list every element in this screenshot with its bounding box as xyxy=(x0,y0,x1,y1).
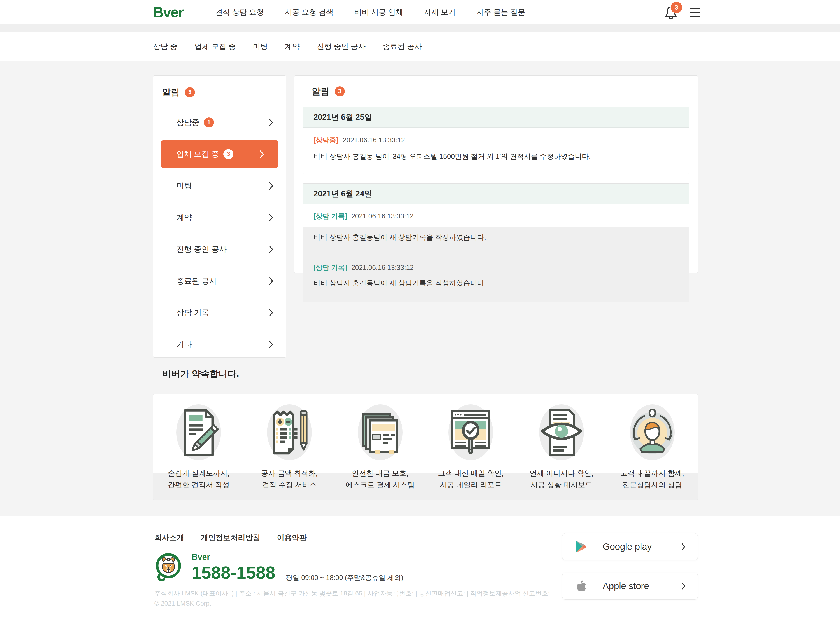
notification-item[interactable]: [상담중] 2021.06.16 13:33:12 비버 상담사 홍길동 님이 … xyxy=(304,128,689,174)
sidebar-item-in-progress[interactable]: 진행 중인 공사 xyxy=(153,233,286,265)
tab-contract[interactable]: 계약 xyxy=(285,41,300,52)
sidebar-title: 알림 xyxy=(162,86,180,98)
quote-document-pen-icon xyxy=(177,408,221,458)
notification-message: 비버 상담사 홍길동님이 새 상담기록을 작성하였습니다. xyxy=(304,272,689,302)
sidebar-item-consulting[interactable]: 상담중 1 xyxy=(153,106,286,138)
apple-store-button[interactable]: Apple store xyxy=(562,572,698,600)
footer-link-terms[interactable]: 이용약관 xyxy=(277,533,307,543)
notification-count-badge: 3 xyxy=(671,2,682,13)
notification-tag: [상담 기록] xyxy=(313,263,347,272)
chevron-right-icon xyxy=(269,308,274,317)
notification-group: 2021년 6월 25일 [상담중] 2021.06.16 13:33:12 비… xyxy=(303,107,689,174)
chevron-right-icon xyxy=(681,543,686,551)
promise-label: 안전한 대금 보호,에스크로 결제 시스템 xyxy=(345,467,415,491)
notification-timestamp: 2021.06.16 13:33:12 xyxy=(351,264,414,272)
notification-group: 2021년 6월 24일 [상담 기록] 2021.06.16 13:33:12… xyxy=(303,183,689,302)
menu-hamburger-icon[interactable] xyxy=(690,7,700,18)
nav-item-bver-companies[interactable]: 비버 시공 업체 xyxy=(354,7,403,17)
sidebar-item-consult-records[interactable]: 상담 기록 xyxy=(153,297,286,329)
bver-logo[interactable]: Bver xyxy=(153,4,183,21)
chevron-right-icon xyxy=(269,181,274,190)
notification-bell-icon[interactable]: 3 xyxy=(665,5,677,19)
footer-business-hours: 평일 09:00 ~ 18:00 (주말&공휴일 제외) xyxy=(286,573,403,582)
notification-tag: [상담중] xyxy=(313,135,339,145)
chevron-right-icon xyxy=(259,150,264,159)
notification-date-header: 2021년 6월 24일 xyxy=(304,184,689,204)
daily-report-magnifier-icon xyxy=(449,408,493,458)
escrow-payment-icon xyxy=(358,409,402,456)
consultant-person-icon xyxy=(629,409,675,457)
sidebar-item-etc[interactable]: 기타 xyxy=(153,329,286,360)
promise-card: 손쉽게 설계도까지,간편한 견적서 작성 xyxy=(153,394,698,500)
notification-item[interactable]: [상담 기록] 2021.06.16 13:33:12 xyxy=(304,253,689,272)
dashboard-eye-icon xyxy=(540,408,584,458)
sidebar-item-badge: 1 xyxy=(204,118,214,127)
promise-label: 손쉽게 설계도까지,간편한 견적서 작성 xyxy=(168,467,229,491)
notification-timestamp: 2021.06.16 13:33:12 xyxy=(343,136,405,144)
sidebar-item-contract[interactable]: 계약 xyxy=(153,202,286,233)
footer-brand-name: Bver xyxy=(192,552,275,562)
promise-label: 고객과 끝까지 함께,전문상담사의 상담 xyxy=(620,467,684,491)
beaver-logo xyxy=(154,552,183,581)
tab-recruiting[interactable]: 업체 모집 중 xyxy=(194,41,236,52)
apple-icon xyxy=(575,580,587,593)
header-divider-strip xyxy=(0,24,840,32)
chevron-right-icon xyxy=(681,582,686,590)
read-notifications-block: 비버 상담사 홍길동님이 새 상담기록을 작성하였습니다. [상담 기록] 20… xyxy=(304,227,689,302)
promise-label: 공사 금액 최적화,견적 수정 서비스 xyxy=(261,467,318,491)
promise-item: 손쉽게 설계도까지,간편한 견적서 작성 xyxy=(153,394,244,500)
google-play-icon xyxy=(575,540,587,553)
google-play-button[interactable]: Google play xyxy=(562,533,698,560)
footer-link-privacy[interactable]: 개인정보처리방침 xyxy=(201,533,260,543)
notification-sidebar: 알림 3 상담중 1 업체 모집 중 3 미팅 계약 진행 중인 공사 종료된 … xyxy=(153,75,286,358)
chevron-right-icon xyxy=(269,213,274,222)
sidebar-item-recruiting[interactable]: 업체 모집 중 3 xyxy=(161,140,278,168)
promise-item: 공사 금액 최적화,견적 수정 서비스 xyxy=(244,394,335,500)
receipt-pencil-icon xyxy=(267,408,311,458)
panel-title-badge: 3 xyxy=(335,86,345,97)
footer-link-about[interactable]: 회사소개 xyxy=(154,533,184,543)
promise-item: 언제 어디서나 확인,시공 상황 대시보드 xyxy=(516,394,607,500)
footer-phone-number: 1588-1588 xyxy=(192,563,275,583)
panel-title: 알림 xyxy=(312,85,329,97)
nav-item-construction-search[interactable]: 시공 요청 검색 xyxy=(285,7,334,17)
chevron-right-icon xyxy=(269,118,274,127)
header: Bver 견적 상담 요청 시공 요청 검색 비버 시공 업체 자재 보기 자주… xyxy=(0,0,840,24)
notification-message: 비버 상담사 홍길동님이 새 상담기록을 작성하였습니다. xyxy=(304,227,689,253)
footer-company-info: 주식회사 LMSK (대표이사: ) | 주소 : 서울시 금천구 가산동 벚꽃… xyxy=(154,588,550,598)
tab-in-progress[interactable]: 진행 중인 공사 xyxy=(317,41,366,52)
promise-item: 안전한 대금 보호,에스크로 결제 시스템 xyxy=(335,394,425,500)
tab-consulting[interactable]: 상담 중 xyxy=(153,41,177,52)
notification-item[interactable]: [상담 기록] 2021.06.16 13:33:12 xyxy=(304,204,689,227)
sidebar-title-badge: 3 xyxy=(185,87,195,97)
sidebar-item-meeting[interactable]: 미팅 xyxy=(153,170,286,202)
chevron-right-icon xyxy=(269,245,274,254)
notification-message: 비버 상담사 홍길동 님이 '34평 오피스텔 1500만원 철거 외 1'의 … xyxy=(313,152,679,161)
footer: 회사소개 개인정보처리방침 이용약관 Bver 1588-1588 평일 09:… xyxy=(0,516,840,639)
chevron-right-icon xyxy=(269,340,274,349)
promise-label: 고객 대신 매일 확인,시공 데일리 리포트 xyxy=(438,467,504,491)
sidebar-item-badge: 3 xyxy=(223,149,234,159)
tab-meeting[interactable]: 미팅 xyxy=(253,41,268,52)
main-nav: 견적 상담 요청 시공 요청 검색 비버 시공 업체 자재 보기 자주 묻는 질… xyxy=(215,7,525,17)
promise-label: 언제 어디서나 확인,시공 상황 대시보드 xyxy=(530,467,593,491)
nav-item-faq[interactable]: 자주 묻는 질문 xyxy=(476,7,525,17)
tab-finished[interactable]: 종료된 공사 xyxy=(383,41,422,52)
app-button-label: Google play xyxy=(603,542,652,552)
promise-item: 고객 대신 매일 확인,시공 데일리 리포트 xyxy=(425,394,516,500)
notification-tag: [상담 기록] xyxy=(313,212,347,221)
promise-heading: 비버가 약속합니다. xyxy=(162,368,239,380)
nav-item-materials[interactable]: 자재 보기 xyxy=(424,7,455,17)
footer-copyright: © 2021 LMSK Corp. xyxy=(154,598,550,609)
notification-date-header: 2021년 6월 25일 xyxy=(304,107,689,128)
sidebar-menu: 상담중 1 업체 모집 중 3 미팅 계약 진행 중인 공사 종료된 공사 상담… xyxy=(153,106,286,360)
status-tab-bar: 상담 중 업체 모집 중 미팅 계약 진행 중인 공사 종료된 공사 xyxy=(0,32,840,61)
notification-panel: 알림 3 2021년 6월 25일 [상담중] 2021.06.16 13:33… xyxy=(294,75,698,273)
nav-item-estimate-request[interactable]: 견적 상담 요청 xyxy=(215,7,264,17)
app-button-label: Apple store xyxy=(603,581,649,591)
notification-timestamp: 2021.06.16 13:33:12 xyxy=(351,212,414,220)
sidebar-item-finished[interactable]: 종료된 공사 xyxy=(153,265,286,297)
chevron-right-icon xyxy=(269,277,274,285)
promise-item: 고객과 끝까지 함께,전문상담사의 상담 xyxy=(607,394,698,500)
